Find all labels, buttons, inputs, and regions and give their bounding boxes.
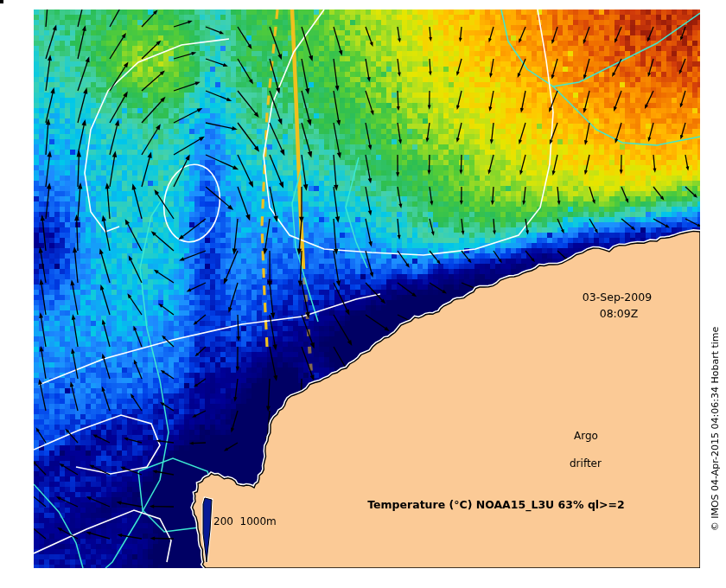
argo-legend-label: Argo	[574, 430, 598, 442]
datetime-line2: 08:09Z	[600, 307, 639, 320]
colorbar	[0, 0, 2, 2]
colorbar-canvas	[1, 1, 260, 131]
bathymetry-legend-label: 200 1000m	[213, 515, 277, 527]
copyright-text: © IMOS 04-Apr-2015 04:06:34 Hobart time	[710, 327, 721, 532]
datetime-line1: 03-Sep-2009	[583, 291, 652, 304]
sst-map-figure: 03-Sep-2009 08:09Z Argo drifter 200 1000…	[0, 0, 726, 588]
drifter-legend-label: drifter	[570, 457, 602, 470]
colorbar-title: Temperature (°C) NOAA15_L3U 63% ql>=2	[367, 498, 625, 511]
